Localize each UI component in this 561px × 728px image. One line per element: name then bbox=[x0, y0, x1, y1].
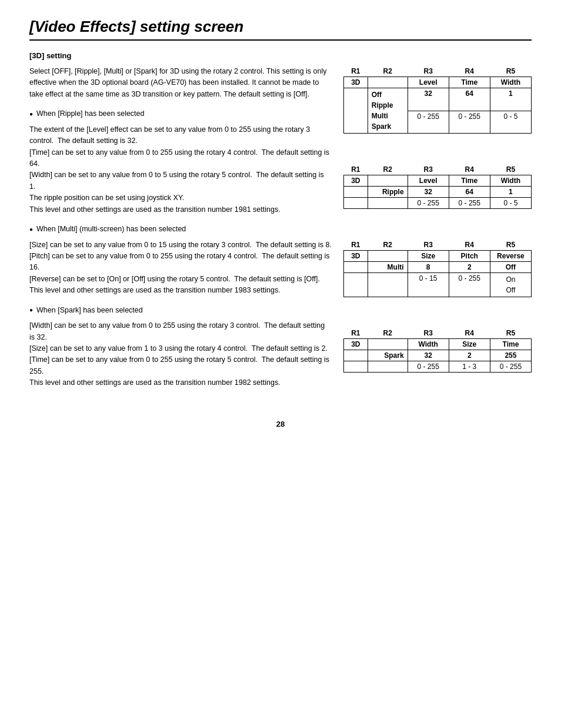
t4-h-r5: R5 bbox=[490, 328, 531, 339]
t1-h-r2: R2 bbox=[368, 66, 408, 77]
table4-wrapper: R1 R2 R3 R4 R5 3D Width Size Time bbox=[343, 328, 532, 373]
t1-r1-time: Time bbox=[449, 77, 490, 88]
t1-r2-level-val: 32 bbox=[408, 88, 449, 111]
t4-r2-blank bbox=[344, 350, 368, 361]
t3-r1-blank bbox=[368, 251, 408, 262]
t1-r1-width: Width bbox=[490, 77, 531, 88]
section-heading: [3D] setting bbox=[29, 51, 532, 60]
t1-r2-width-val: 1 bbox=[490, 88, 531, 111]
bullet2-heading: When [Multi] (multi-screen) has been sel… bbox=[29, 224, 332, 235]
t4-r2-spark: Spark bbox=[368, 350, 408, 361]
t1-r1-3d: 3D bbox=[344, 77, 368, 88]
bullet1-heading: When [Ripple] has been selected bbox=[29, 108, 332, 119]
bullet3-heading: When [Spark] has been selected bbox=[29, 305, 332, 316]
t4-r3-size-range: 1 - 3 bbox=[449, 361, 490, 373]
t2-r3-blank bbox=[344, 198, 368, 209]
intro-paragraph: Select [OFF], [Ripple], [Multi] or [Spar… bbox=[29, 66, 332, 100]
t3-r1-size: Size bbox=[408, 251, 449, 262]
t1-r2-dropdown: OffRippleMultiSpark bbox=[368, 88, 408, 134]
left-column: Select [OFF], [Ripple], [Multi] or [Spar… bbox=[29, 66, 332, 396]
t3-r3-reverse-dropdown: OnOff bbox=[490, 273, 531, 297]
t3-r2-pitch-val: 2 bbox=[449, 262, 490, 273]
t1-r3-width-range: 0 - 5 bbox=[490, 111, 531, 134]
t3-h-r1: R1 bbox=[344, 240, 368, 251]
t1-h-r1: R1 bbox=[344, 66, 368, 77]
t1-h-r4: R4 bbox=[449, 66, 490, 77]
bullet3-text: [Width] can be set to any value from 0 t… bbox=[29, 320, 332, 388]
t4-h-r3: R3 bbox=[408, 328, 449, 339]
t1-h-r3: R3 bbox=[408, 66, 449, 77]
page-footer: 28 bbox=[29, 420, 532, 428]
t3-r3-blank2 bbox=[368, 273, 408, 297]
table3-wrapper: R1 R2 R3 R4 R5 3D Size Pitch Reverse bbox=[343, 240, 532, 297]
t2-r3-level-range: 0 - 255 bbox=[408, 198, 449, 209]
t4-r3-width-range: 0 - 255 bbox=[408, 361, 449, 373]
t1-r1-blank bbox=[368, 77, 408, 88]
t2-r3-time-range: 0 - 255 bbox=[449, 198, 490, 209]
t1-r3-level-range: 0 - 255 bbox=[408, 111, 449, 134]
t3-r3-blank bbox=[344, 273, 368, 297]
bullet2-text: [Size] can be set to any value from 0 to… bbox=[29, 240, 332, 297]
t2-h-r4: R4 bbox=[449, 164, 490, 175]
right-column: R1 R2 R3 R4 R5 3D Level Time Width bbox=[343, 66, 532, 396]
t3-h-r5: R5 bbox=[490, 240, 531, 251]
t4-r3-blank2 bbox=[368, 361, 408, 373]
table1: R1 R2 R3 R4 R5 3D Level Time Width bbox=[343, 66, 532, 134]
t4-r3-blank bbox=[344, 361, 368, 373]
t2-h-r3: R3 bbox=[408, 164, 449, 175]
t4-r1-3d: 3D bbox=[344, 339, 368, 350]
t2-r2-ripple: Ripple bbox=[368, 187, 408, 198]
t4-r1-blank bbox=[368, 339, 408, 350]
t2-h-r1: R1 bbox=[344, 164, 368, 175]
t3-r2-reverse-val: Off bbox=[490, 262, 531, 273]
t4-r3-time-range: 0 - 255 bbox=[490, 361, 531, 373]
table2-wrapper: R1 R2 R3 R4 R5 3D Level Time Width bbox=[343, 164, 532, 209]
table4: R1 R2 R3 R4 R5 3D Width Size Time bbox=[343, 328, 532, 373]
t3-h-r2: R2 bbox=[368, 240, 408, 251]
t2-r1-3d: 3D bbox=[344, 175, 368, 187]
t2-r2-blank bbox=[344, 187, 368, 198]
title-section: [Video Effects] setting screen bbox=[29, 18, 532, 41]
table1-wrapper: R1 R2 R3 R4 R5 3D Level Time Width bbox=[343, 66, 532, 134]
t4-h-r1: R1 bbox=[344, 328, 368, 339]
page-number: 28 bbox=[276, 420, 285, 428]
t1-h-r5: R5 bbox=[490, 66, 531, 77]
t2-r1-blank bbox=[368, 175, 408, 187]
t3-h-r4: R4 bbox=[449, 240, 490, 251]
t1-r3-time-range: 0 - 255 bbox=[449, 111, 490, 134]
t4-h-r2: R2 bbox=[368, 328, 408, 339]
t3-h-r3: R3 bbox=[408, 240, 449, 251]
t4-r2-time-val: 255 bbox=[490, 350, 531, 361]
t4-r2-width-val: 32 bbox=[408, 350, 449, 361]
t1-r2-blank bbox=[344, 88, 368, 134]
t3-r2-size-val: 8 bbox=[408, 262, 449, 273]
t3-r1-reverse: Reverse bbox=[490, 251, 531, 262]
t2-r2-level-val: 32 bbox=[408, 187, 449, 198]
t4-h-r4: R4 bbox=[449, 328, 490, 339]
page-title: [Video Effects] setting screen bbox=[29, 18, 532, 36]
t3-r3-size-range: 0 - 15 bbox=[408, 273, 449, 297]
t2-r3-width-range: 0 - 5 bbox=[490, 198, 531, 209]
t3-r2-multi: Multi bbox=[368, 262, 408, 273]
t2-r2-time-val: 64 bbox=[449, 187, 490, 198]
t2-r2-width-val: 1 bbox=[490, 187, 531, 198]
t2-h-r2: R2 bbox=[368, 164, 408, 175]
t2-r1-level: Level bbox=[408, 175, 449, 187]
t4-r2-size-val: 2 bbox=[449, 350, 490, 361]
t1-r1-level: Level bbox=[408, 77, 449, 88]
t2-r1-time: Time bbox=[449, 175, 490, 187]
table3: R1 R2 R3 R4 R5 3D Size Pitch Reverse bbox=[343, 240, 532, 297]
t4-r1-size: Size bbox=[449, 339, 490, 350]
t4-r1-width: Width bbox=[408, 339, 449, 350]
t2-r1-width: Width bbox=[490, 175, 531, 187]
t3-r1-pitch: Pitch bbox=[449, 251, 490, 262]
t3-r2-blank bbox=[344, 262, 368, 273]
t1-r2-time-val: 64 bbox=[449, 88, 490, 111]
bullet1-text: The extent of the [Level] effect can be … bbox=[29, 124, 332, 215]
t3-r1-3d: 3D bbox=[344, 251, 368, 262]
t4-r1-time: Time bbox=[490, 339, 531, 350]
t2-h-r5: R5 bbox=[490, 164, 531, 175]
t2-r3-blank2 bbox=[368, 198, 408, 209]
table2: R1 R2 R3 R4 R5 3D Level Time Width bbox=[343, 164, 532, 209]
t3-r3-pitch-range: 0 - 255 bbox=[449, 273, 490, 297]
